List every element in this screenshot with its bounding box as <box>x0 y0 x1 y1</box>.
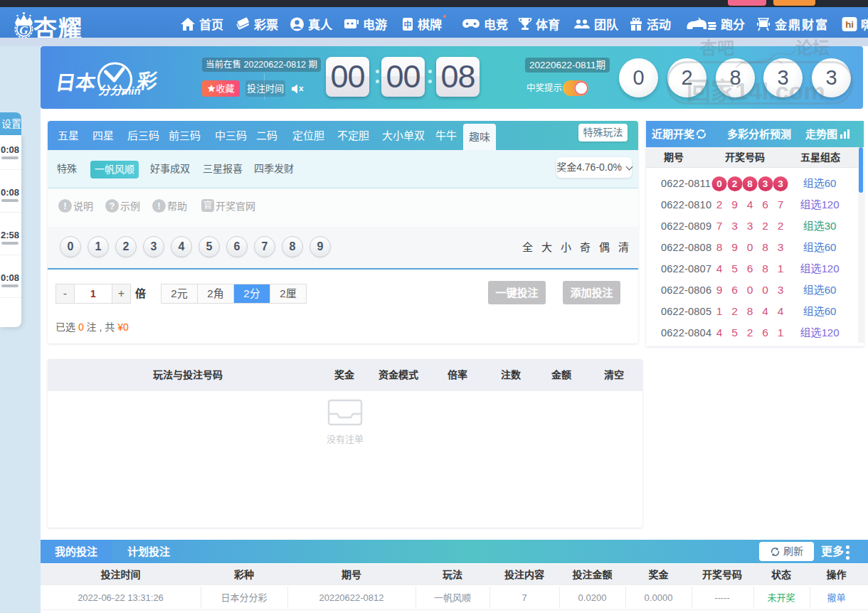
svg-text:分分min: 分分min <box>98 84 141 97</box>
svg-text:中: 中 <box>404 19 412 28</box>
svg-text:日本: 日本 <box>54 72 97 94</box>
svg-text:G: G <box>19 23 28 37</box>
svg-text:hi: hi <box>845 19 854 30</box>
svg-text:杏耀: 杏耀 <box>33 16 83 39</box>
